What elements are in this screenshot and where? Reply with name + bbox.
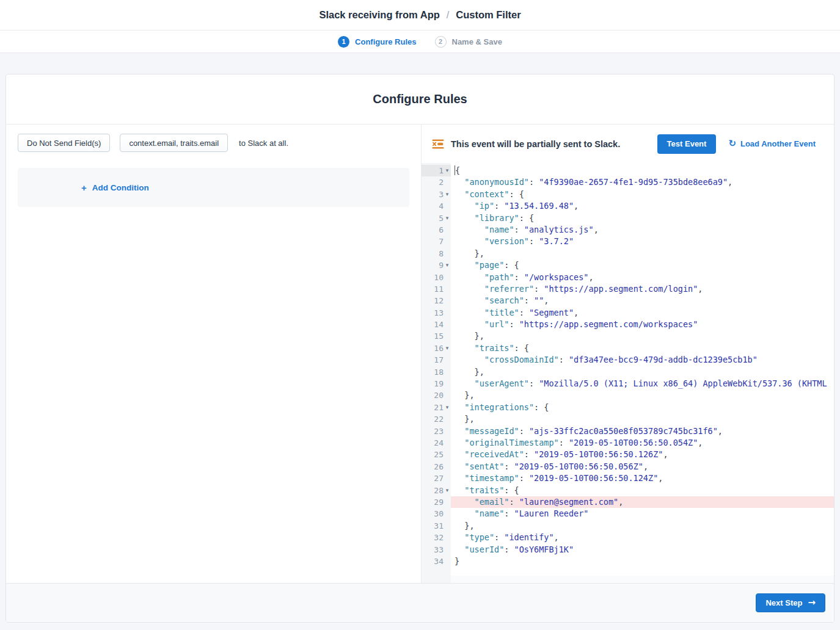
code-line-11: 11 "referrer": "https://app.segment.com/… (422, 283, 834, 295)
preview-header: This event will be partially sent to Sla… (422, 125, 834, 163)
code-line-5: 5▾ "library": { (422, 212, 834, 224)
code-line-18: 18 }, (422, 366, 834, 378)
fold-arrow-icon[interactable]: ▾ (444, 212, 451, 224)
code-line-17: 17 "crossDomainId": "df3a47ee-bcc9-479d-… (422, 354, 834, 366)
filter-fields-selector[interactable]: context.email, traits.email (120, 134, 228, 152)
code-line-3: 3▾ "context": { (422, 189, 834, 200)
code-content: }, (451, 413, 834, 425)
code-content: "title": "Segment", (451, 307, 834, 319)
line-number-7: 7 (422, 236, 451, 247)
code-content: "traits": { (451, 485, 834, 496)
line-number-18: 18 (422, 366, 451, 378)
filter-suffix-text: to Slack at all. (239, 139, 288, 148)
code-content: "sentAt": "2019-05-10T00:56:50.056Z", (451, 461, 834, 472)
code-line-33: 33 "userId": "OsY6MFBj1K" (422, 544, 834, 556)
code-line-29: 29 "email": "lauren@segment.com", (422, 496, 834, 508)
line-number-24: 24 (422, 437, 451, 449)
code-content: } (451, 556, 834, 567)
line-number-29: 29 (422, 496, 451, 508)
code-line-28: 28▾ "traits": { (422, 485, 834, 496)
line-number-21[interactable]: 21▾ (422, 402, 451, 413)
code-content: { (451, 165, 834, 176)
json-editor[interactable]: 1▾{2 "anonymousId": "4f9390ae-2657-4fe1-… (422, 163, 834, 576)
code-line-34: 34} (422, 556, 834, 567)
code-content: "referrer": "https://app.segment.com/log… (451, 283, 834, 295)
code-line-20: 20 }, (422, 389, 834, 401)
breadcrumb-separator: / (447, 10, 449, 21)
code-line-26: 26 "sentAt": "2019-05-10T00:56:50.056Z", (422, 461, 834, 472)
line-number-32: 32 (422, 532, 451, 543)
line-number-27: 27 (422, 472, 451, 484)
line-number-10: 10 (422, 272, 451, 283)
fold-arrow-icon[interactable]: ▾ (444, 189, 451, 200)
wizard-stepper: 1 Configure Rules 2 Name & Save (0, 31, 840, 53)
step-configure-rules[interactable]: 1 Configure Rules (338, 36, 416, 48)
fold-arrow-icon[interactable]: ▾ (444, 165, 451, 176)
line-number-3[interactable]: 3▾ (422, 189, 451, 200)
fold-arrow-icon[interactable]: ▾ (444, 402, 451, 413)
code-content: "name": "Lauren Reeder" (451, 508, 834, 520)
code-content: "timestamp": "2019-05-10T00:56:50.124Z", (451, 472, 834, 484)
code-content: "integrations": { (451, 402, 834, 413)
code-content: "anonymousId": "4f9390ae-2657-4fe1-9d95-… (451, 176, 834, 188)
next-step-button[interactable]: Next Step → (756, 593, 825, 612)
code-content: "context": { (451, 189, 834, 200)
line-number-31: 31 (422, 520, 451, 532)
code-line-19: 19 "userAgent": "Mozilla/5.0 (X11; Linux… (422, 378, 834, 389)
line-number-5[interactable]: 5▾ (422, 212, 451, 224)
next-step-label: Next Step (765, 598, 802, 607)
code-content: "crossDomainId": "df3a47ee-bcc9-479d-add… (451, 354, 834, 366)
line-number-14: 14 (422, 319, 451, 330)
line-number-23: 23 (422, 425, 451, 437)
add-condition-button[interactable]: + Add Condition (81, 183, 149, 193)
code-content: "userId": "OsY6MFBj1K" (451, 544, 834, 556)
card-body: Do Not Send Field(s) context.email, trai… (6, 125, 834, 583)
code-content: "messageId": "ajs-33ffc2ac0a550e8f053789… (451, 425, 834, 437)
code-content: "name": "analytics.js", (451, 224, 834, 236)
line-number-1[interactable]: 1▾ (422, 165, 451, 176)
code-content: "ip": "13.54.169.48", (451, 200, 834, 212)
code-line-7: 7 "version": "3.7.2" (422, 236, 834, 247)
editor-bottom-strip (422, 576, 834, 583)
code-line-25: 25 "receivedAt": "2019-05-10T00:56:50.12… (422, 449, 834, 460)
line-number-28[interactable]: 28▾ (422, 485, 451, 496)
line-number-9[interactable]: 9▾ (422, 259, 451, 271)
code-line-14: 14 "url": "https://app.segment.com/works… (422, 319, 834, 330)
line-number-19: 19 (422, 378, 451, 389)
fold-arrow-icon[interactable]: ▾ (444, 485, 451, 496)
code-line-23: 23 "messageId": "ajs-33ffc2ac0a550e8f053… (422, 425, 834, 437)
filter-type-selector[interactable]: Do Not Send Field(s) (18, 134, 110, 152)
line-number-26: 26 (422, 461, 451, 472)
code-content: "receivedAt": "2019-05-10T00:56:50.126Z"… (451, 449, 834, 460)
line-number-17: 17 (422, 354, 451, 366)
code-content: "originalTimestamp": "2019-05-10T00:56:5… (451, 437, 834, 449)
code-content: "version": "3.7.2" (451, 236, 834, 247)
code-line-2: 2 "anonymousId": "4f9390ae-2657-4fe1-9d9… (422, 176, 834, 188)
code-line-16: 16▾ "traits": { (422, 342, 834, 354)
code-line-1: 1▾{ (422, 165, 834, 176)
test-event-button[interactable]: Test Event (657, 134, 717, 154)
load-another-event-link[interactable]: ↻ Load Another Event (728, 139, 816, 148)
breadcrumb-destination: Slack receiving from App (319, 9, 439, 21)
code-line-4: 4 "ip": "13.54.169.48", (422, 200, 834, 212)
fold-arrow-icon[interactable]: ▾ (444, 342, 451, 354)
line-number-2: 2 (422, 176, 451, 188)
sync-icon: ↻ (728, 139, 736, 148)
line-number-11: 11 (422, 283, 451, 295)
code-line-12: 12 "search": "", (422, 295, 834, 306)
code-line-27: 27 "timestamp": "2019-05-10T00:56:50.124… (422, 472, 834, 484)
configure-rules-card: Configure Rules Do Not Send Field(s) con… (5, 74, 835, 623)
event-preview-panel: This event will be partially sent to Sla… (422, 125, 834, 583)
code-content: }, (451, 330, 834, 342)
code-line-13: 13 "title": "Segment", (422, 307, 834, 319)
line-number-16[interactable]: 16▾ (422, 342, 451, 354)
code-content: "path": "/workspaces", (451, 272, 834, 283)
code-line-8: 8 }, (422, 248, 834, 259)
line-number-12: 12 (422, 295, 451, 306)
code-content: }, (451, 520, 834, 532)
step-name-and-save[interactable]: 2 Name & Save (435, 36, 502, 48)
fold-arrow-icon[interactable]: ▾ (444, 259, 451, 271)
code-line-30: 30 "name": "Lauren Reeder" (422, 508, 834, 520)
step-1-circle: 1 (338, 36, 349, 48)
filter-config-panel: Do Not Send Field(s) context.email, trai… (6, 125, 422, 583)
